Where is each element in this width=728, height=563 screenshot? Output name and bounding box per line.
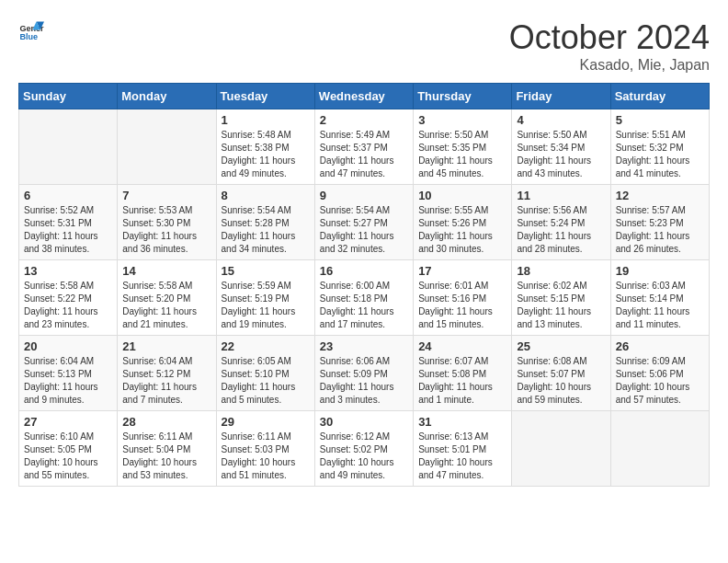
calendar-cell: 6Sunrise: 5:52 AM Sunset: 5:31 PM Daylig… [19,185,118,260]
calendar-cell: 9Sunrise: 5:54 AM Sunset: 5:27 PM Daylig… [314,185,413,260]
calendar-cell: 29Sunrise: 6:11 AM Sunset: 5:03 PM Dayli… [216,411,314,487]
day-number: 16 [320,264,408,278]
day-number: 6 [24,189,112,202]
calendar-cell [19,109,118,185]
calendar-week-row: 13Sunrise: 5:58 AM Sunset: 5:22 PM Dayli… [19,260,710,336]
calendar-cell: 30Sunrise: 6:12 AM Sunset: 5:02 PM Dayli… [314,411,413,487]
day-number: 14 [122,264,210,278]
day-number: 22 [222,339,310,353]
calendar-cell: 10Sunrise: 5:55 AM Sunset: 5:26 PM Dayli… [414,185,512,260]
calendar-cell: 15Sunrise: 5:59 AM Sunset: 5:19 PM Dayli… [216,260,314,336]
calendar-cell: 23Sunrise: 6:06 AM Sunset: 5:09 PM Dayli… [314,336,413,411]
calendar-cell: 14Sunrise: 5:58 AM Sunset: 5:20 PM Dayli… [118,260,216,336]
svg-text:Blue: Blue [19,32,38,41]
day-info: Sunrise: 6:13 AM Sunset: 5:01 PM Dayligh… [418,431,506,482]
month-title: October 2024 [509,18,710,57]
day-info: Sunrise: 5:56 AM Sunset: 5:24 PM Dayligh… [517,204,605,256]
day-info: Sunrise: 5:51 AM Sunset: 5:32 PM Dayligh… [616,129,704,180]
day-number: 20 [24,339,112,353]
day-number: 29 [222,415,310,429]
calendar-cell: 24Sunrise: 6:07 AM Sunset: 5:08 PM Dayli… [414,336,512,411]
day-info: Sunrise: 6:08 AM Sunset: 5:07 PM Dayligh… [517,355,605,407]
calendar-cell: 7Sunrise: 5:53 AM Sunset: 5:30 PM Daylig… [118,185,216,260]
day-info: Sunrise: 5:57 AM Sunset: 5:23 PM Dayligh… [616,204,704,256]
day-info: Sunrise: 5:50 AM Sunset: 5:35 PM Dayligh… [418,129,506,180]
day-number: 28 [122,415,210,429]
day-number: 3 [418,113,506,127]
day-number: 1 [222,113,310,127]
day-number: 21 [122,339,210,353]
calendar-cell: 17Sunrise: 6:01 AM Sunset: 5:16 PM Dayli… [414,260,512,336]
day-number: 2 [320,113,408,127]
day-info: Sunrise: 5:52 AM Sunset: 5:31 PM Dayligh… [24,204,112,256]
calendar-cell: 4Sunrise: 5:50 AM Sunset: 5:34 PM Daylig… [512,109,610,185]
day-info: Sunrise: 6:06 AM Sunset: 5:09 PM Dayligh… [320,355,408,407]
day-info: Sunrise: 6:07 AM Sunset: 5:08 PM Dayligh… [418,355,506,407]
calendar-cell: 5Sunrise: 5:51 AM Sunset: 5:32 PM Daylig… [610,109,709,185]
calendar-cell: 25Sunrise: 6:08 AM Sunset: 5:07 PM Dayli… [512,336,610,411]
day-number: 4 [517,113,605,127]
calendar-cell: 1Sunrise: 5:48 AM Sunset: 5:38 PM Daylig… [216,109,314,185]
day-number: 8 [222,189,310,202]
calendar-cell: 27Sunrise: 6:10 AM Sunset: 5:05 PM Dayli… [19,411,118,487]
weekday-header-row: SundayMondayTuesdayWednesdayThursdayFrid… [19,84,710,109]
header: General Blue October 2024 Kasado, Mie, J… [18,18,710,74]
day-info: Sunrise: 6:05 AM Sunset: 5:10 PM Dayligh… [222,355,310,407]
day-number: 26 [616,339,704,353]
calendar-cell: 19Sunrise: 6:03 AM Sunset: 5:14 PM Dayli… [610,260,709,336]
day-number: 13 [24,264,112,278]
day-info: Sunrise: 6:12 AM Sunset: 5:02 PM Dayligh… [320,431,408,482]
day-info: Sunrise: 5:54 AM Sunset: 5:28 PM Dayligh… [222,204,310,256]
calendar-cell: 13Sunrise: 5:58 AM Sunset: 5:22 PM Dayli… [19,260,118,336]
day-info: Sunrise: 5:53 AM Sunset: 5:30 PM Dayligh… [122,204,210,256]
calendar-cell: 12Sunrise: 5:57 AM Sunset: 5:23 PM Dayli… [610,185,709,260]
day-info: Sunrise: 6:09 AM Sunset: 5:06 PM Dayligh… [616,355,704,407]
day-number: 24 [418,339,506,353]
calendar-week-row: 20Sunrise: 6:04 AM Sunset: 5:13 PM Dayli… [19,336,710,411]
calendar-cell: 20Sunrise: 6:04 AM Sunset: 5:13 PM Dayli… [19,336,118,411]
day-info: Sunrise: 5:55 AM Sunset: 5:26 PM Dayligh… [418,204,506,256]
day-info: Sunrise: 5:50 AM Sunset: 5:34 PM Dayligh… [517,129,605,180]
calendar-cell [118,109,216,185]
day-number: 23 [320,339,408,353]
location-title: Kasado, Mie, Japan [509,57,710,74]
day-info: Sunrise: 5:58 AM Sunset: 5:22 PM Dayligh… [24,280,112,331]
day-number: 5 [616,113,704,127]
day-number: 31 [418,415,506,429]
calendar-week-row: 1Sunrise: 5:48 AM Sunset: 5:38 PM Daylig… [19,109,710,185]
calendar-cell: 31Sunrise: 6:13 AM Sunset: 5:01 PM Dayli… [414,411,512,487]
day-info: Sunrise: 6:11 AM Sunset: 5:04 PM Dayligh… [122,431,210,482]
day-info: Sunrise: 5:49 AM Sunset: 5:37 PM Dayligh… [320,129,408,180]
day-info: Sunrise: 5:48 AM Sunset: 5:38 PM Dayligh… [222,129,310,180]
weekday-header: Monday [118,84,216,109]
calendar-cell: 3Sunrise: 5:50 AM Sunset: 5:35 PM Daylig… [414,109,512,185]
day-number: 25 [517,339,605,353]
calendar-cell: 28Sunrise: 6:11 AM Sunset: 5:04 PM Dayli… [118,411,216,487]
weekday-header: Saturday [610,84,709,109]
day-info: Sunrise: 5:59 AM Sunset: 5:19 PM Dayligh… [222,280,310,331]
day-number: 10 [418,189,506,202]
day-info: Sunrise: 6:10 AM Sunset: 5:05 PM Dayligh… [24,431,112,482]
calendar-cell: 11Sunrise: 5:56 AM Sunset: 5:24 PM Dayli… [512,185,610,260]
day-number: 18 [517,264,605,278]
calendar-cell: 8Sunrise: 5:54 AM Sunset: 5:28 PM Daylig… [216,185,314,260]
weekday-header: Thursday [414,84,512,109]
calendar-cell: 21Sunrise: 6:04 AM Sunset: 5:12 PM Dayli… [118,336,216,411]
day-number: 12 [616,189,704,202]
calendar-cell: 2Sunrise: 5:49 AM Sunset: 5:37 PM Daylig… [314,109,413,185]
logo: General Blue [18,18,44,44]
day-number: 27 [24,415,112,429]
title-area: October 2024 Kasado, Mie, Japan [509,18,710,74]
day-number: 7 [122,189,210,202]
logo-icon: General Blue [18,18,44,44]
calendar-week-row: 27Sunrise: 6:10 AM Sunset: 5:05 PM Dayli… [19,411,710,487]
calendar-cell: 18Sunrise: 6:02 AM Sunset: 5:15 PM Dayli… [512,260,610,336]
calendar: SundayMondayTuesdayWednesdayThursdayFrid… [18,83,710,487]
weekday-header: Tuesday [216,84,314,109]
day-info: Sunrise: 5:58 AM Sunset: 5:20 PM Dayligh… [122,280,210,331]
day-number: 9 [320,189,408,202]
weekday-header: Friday [512,84,610,109]
day-number: 19 [616,264,704,278]
day-info: Sunrise: 6:04 AM Sunset: 5:13 PM Dayligh… [24,355,112,407]
day-number: 15 [222,264,310,278]
